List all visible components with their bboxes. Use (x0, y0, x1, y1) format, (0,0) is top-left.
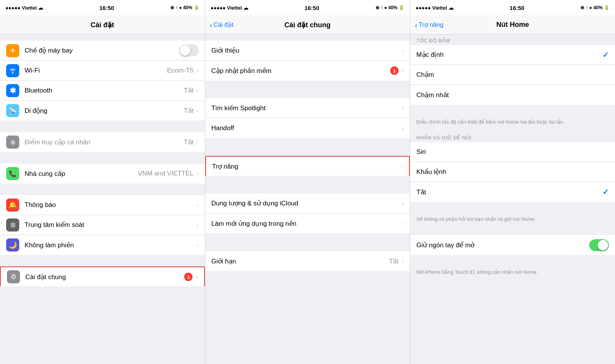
nav-bar-3[interactable]: ‹ Trợ năng Nút Home (410, 15, 615, 34)
list-item-icloud[interactable]: Dung lượng & sử dụng iCloud › (205, 194, 410, 213)
section-icloud: Dung lượng & sử dụng iCloud › Làm mới ứn… (205, 194, 410, 233)
badge-software-update: 1 (390, 66, 399, 75)
chevron-restrictions: › (402, 258, 404, 265)
status-time-2: 16:50 (304, 5, 319, 11)
list-item-bluetooth[interactable]: ✱ Bluetooth Tắt › (0, 81, 205, 101)
list-item-slow-speed[interactable]: Chậm (410, 65, 615, 85)
carrier-icon: 📞 (6, 167, 19, 180)
list-item-carrier[interactable]: 📞 Nhà cung cấp VNM and VIETTEL › (0, 164, 205, 184)
toggle-airplane[interactable] (179, 45, 199, 56)
label-slowest-speed: Chậm nhất (416, 91, 609, 99)
separator-touchid (410, 229, 615, 235)
panel-home-button: TỐC ĐỘ BẤM Mặc định ✓ Chậm Chậm nhất Điề… (410, 35, 615, 364)
label-airplane: Chế độ máy bay (25, 46, 179, 55)
value-wifi: Ecom-T5 (167, 67, 193, 74)
list-item-general[interactable]: ⚙ Cài đặt chung 1 › (0, 266, 205, 286)
list-item-siri[interactable]: Siri (410, 142, 615, 162)
panel-general: Giới thiệu › Cập nhật phần mềm 1 › Tìm k… (205, 35, 411, 364)
status-signal-3: ●●●●● Viettel ☁ (416, 5, 453, 11)
separator-3 (205, 187, 410, 194)
list-item-voice-control[interactable]: Khẩu lệnh (410, 162, 615, 182)
back-label-2: Cài đặt (213, 21, 233, 28)
list-item-default-speed[interactable]: Mặc định ✓ (410, 45, 615, 65)
status-battery-2: ⊕ ↑ ● 40% 🔋 (376, 5, 405, 10)
label-dnd: Không làm phiền (25, 241, 196, 249)
status-signal-1: ●●●●● Viettel ☁ (5, 5, 43, 11)
section-header-hold: NHẤN VÀ GIỮ ĐỂ NÓI (410, 132, 615, 142)
value-bluetooth: Tắt (184, 86, 193, 94)
status-bar-2: ●●●●● Viettel ☁ 16:50 ⊕ ↑ ● 40% 🔋 (205, 0, 411, 15)
panel-settings: ✈ Chế độ máy bay Wi-Fi Ecom-T5 › ✱ Bluet… (0, 35, 205, 364)
list-item-accessibility[interactable]: Trợ năng › (205, 156, 410, 176)
list-item-about[interactable]: Giới thiệu › (205, 41, 410, 61)
section-touchid: Giữ ngón tay để mở (410, 235, 615, 255)
list-item-airplane[interactable]: ✈ Chế độ máy bay (0, 41, 205, 61)
label-off-hold: Tắt (416, 188, 602, 196)
nav-title-2: Cài đặt chung (284, 21, 331, 29)
chevron-dnd: › (196, 242, 198, 248)
dnd-icon: 🌙 (6, 238, 19, 251)
label-hotspot: Điểm truy cập cá nhân (25, 138, 184, 146)
status-time-3: 16:50 (510, 5, 524, 11)
back-button-3[interactable]: ‹ Trợ năng (415, 21, 443, 29)
toggle-touchid[interactable] (589, 239, 609, 251)
chevron-general: › (196, 273, 198, 280)
label-cellular: Di động (25, 107, 184, 115)
general-icon: ⚙ (7, 270, 20, 283)
list-item-slowest-speed[interactable]: Chậm nhất (410, 85, 615, 105)
list-item-touchid[interactable]: Giữ ngón tay để mở (410, 235, 615, 255)
value-carrier: VNM and VIETTEL (138, 170, 194, 177)
value-cellular: Tắt (184, 107, 193, 115)
toggle-knob-airplane (180, 45, 190, 56)
list-item-hotspot[interactable]: ⊕ Điểm truy cập cá nhân Tắt › (0, 132, 205, 152)
list-item-dnd[interactable]: 🌙 Không làm phiền › (0, 235, 205, 255)
section-search: Tìm kiếm Spotlight › Handoff › (205, 98, 410, 138)
checkmark-off-hold: ✓ (602, 187, 609, 197)
section-system: 🔔 Thông báo › ⊞ Trung tâm kiểm soát › 🌙 … (0, 195, 205, 255)
separator-2 (205, 150, 410, 156)
main-content: ✈ Chế độ máy bay Wi-Fi Ecom-T5 › ✱ Bluet… (0, 35, 615, 364)
section-carrier: 📞 Nhà cung cấp VNM and VIETTEL › (0, 164, 205, 184)
nav-bar-1: Cài đặt (0, 15, 205, 34)
list-item-notifications[interactable]: 🔔 Thông báo › (0, 195, 205, 215)
section-speed: Mặc định ✓ Chậm Chậm nhất (410, 45, 615, 105)
list-item-background-refresh[interactable]: Làm mới ứng dụng trong nền › (205, 213, 410, 233)
label-general: Cài đặt chung (25, 273, 184, 281)
label-icloud: Dung lượng & sử dụng iCloud (211, 199, 402, 207)
label-control-center: Trung tâm kiểm soát (25, 221, 196, 229)
chevron-handoff: › (402, 125, 404, 132)
list-item-control-center[interactable]: ⊞ Trung tâm kiểm soát › (0, 215, 205, 235)
back-button-2[interactable]: ‹ Cài đặt (210, 21, 233, 29)
cellular-icon: 📡 (6, 104, 19, 117)
section-accessibility: Trợ năng › (205, 156, 410, 176)
control-center-icon: ⊞ (6, 218, 19, 232)
label-wifi: Wi-Fi (25, 67, 167, 74)
list-item-cellular[interactable]: 📡 Di động Tắt › (0, 101, 205, 121)
chevron-software-update: › (402, 67, 404, 74)
list-item-restrictions[interactable]: Giới hạn Tắt › (205, 251, 410, 271)
section-general: ⚙ Cài đặt chung 1 › (0, 266, 205, 286)
wifi-icon (6, 64, 19, 77)
chevron-about: › (402, 47, 404, 54)
value-hotspot: Tắt (184, 138, 193, 146)
status-battery-3: ⊕ ↑ ● 40% 🔋 (580, 5, 610, 10)
nav-bar-2[interactable]: ‹ Cài đặt Cài đặt chung (205, 15, 411, 34)
label-default-speed: Mặc định (416, 51, 602, 59)
label-slow-speed: Chậm (416, 71, 609, 79)
label-accessibility: Trợ năng (212, 162, 401, 170)
toggle-knob-touchid (598, 240, 608, 250)
list-item-off-hold[interactable]: Tắt ✓ (410, 182, 615, 202)
chevron-carrier: › (196, 170, 198, 177)
chevron-background-refresh: › (402, 220, 404, 227)
list-item-spotlight[interactable]: Tìm kiếm Spotlight › (205, 98, 410, 118)
list-item-software-update[interactable]: Cập nhật phần mềm 1 › (205, 61, 410, 81)
chevron-spotlight: › (402, 105, 404, 112)
chevron-accessibility: › (401, 163, 403, 170)
list-item-handoff[interactable]: Handoff › (205, 118, 410, 138)
list-item-wifi[interactable]: Wi-Fi Ecom-T5 › (0, 61, 205, 81)
status-bar-3: ●●●●● Viettel ☁ 16:50 ⊕ ↑ ● 40% 🔋 (410, 0, 615, 15)
nav-bars: Cài đặt ‹ Cài đặt Cài đặt chung ‹ Trợ nă… (0, 15, 615, 35)
chevron-left-icon: ‹ (210, 21, 213, 29)
label-bluetooth: Bluetooth (25, 87, 184, 94)
section-connectivity: ✈ Chế độ máy bay Wi-Fi Ecom-T5 › ✱ Bluet… (0, 41, 205, 121)
